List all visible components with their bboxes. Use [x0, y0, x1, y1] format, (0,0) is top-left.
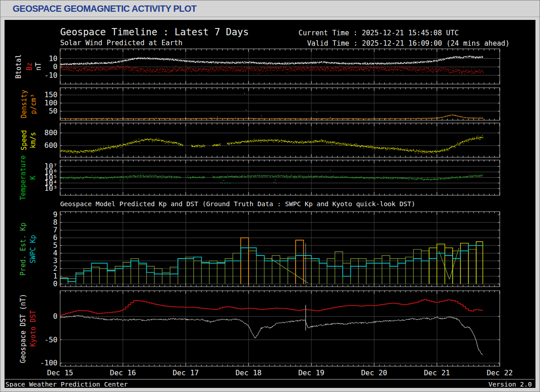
- geospace-activity-plot: 100-10BtotalBznT15010050Densityp/cm³8006…: [5, 20, 535, 387]
- x-tick-label-dec-17: Dec 17: [173, 368, 199, 377]
- dst-panel-ytick-label: -100: [40, 359, 57, 367]
- speed-panel-axis-label: km/s: [29, 132, 37, 148]
- density-panel-axis-label: p/cm³: [29, 94, 38, 114]
- magnetic-field-panel-ytick-label: 10: [49, 54, 57, 63]
- speed-panel-ticks: [60, 123, 500, 157]
- geospace_dst-series: [60, 305, 483, 354]
- x-tick-label-dec-16: Dec 16: [110, 368, 136, 377]
- dst-panel-day-gridlines: [123, 291, 437, 366]
- density-panel-frame: [60, 88, 500, 120]
- speed-panel-frame: [60, 123, 500, 157]
- dst-panel-ytick-label: 0: [53, 312, 57, 321]
- x-tick-label-dec-20: Dec 20: [361, 368, 387, 377]
- plot-render-root: 100-10BtotalBznT15010050Densityp/cm³8006…: [5, 49, 535, 379]
- density-panel-axis-label: Density: [20, 90, 28, 118]
- magnetic-field-panel-axis-label: nT: [34, 62, 43, 71]
- dst-panel-axis-label: Kyoto DST: [29, 310, 37, 347]
- kp-panel-axis-label: Pred. Est. Kp: [19, 222, 27, 275]
- page: GEOSPACE GEOMAGNETIC ACTIVITY PLOT 100-1…: [0, 0, 540, 392]
- kyoto_dst-series: [60, 299, 483, 315]
- page-title: GEOSPACE GEOMAGNETIC ACTIVITY PLOT: [13, 4, 196, 14]
- x-tick-label-dec-18: Dec 18: [235, 368, 262, 377]
- temperature-panel-gridlines: [61, 166, 499, 189]
- density-panel-ytick-label: 100: [44, 99, 57, 107]
- speed-panel-axis-label: Speed: [20, 130, 28, 150]
- speed-panel-ytick-label: 800: [44, 128, 57, 137]
- x-tick-label-dec-15: Dec 15: [47, 368, 73, 377]
- temperature-panel-ytick-label: 10³: [44, 184, 57, 193]
- btotal-series: [60, 56, 483, 65]
- speed-panel-ytick-label: 600: [44, 141, 57, 150]
- density-series: [60, 93, 483, 119]
- pred_kp-warn-segments: [429, 242, 483, 284]
- plot-frame: 100-10BtotalBznT15010050Densityp/cm³8006…: [4, 19, 536, 388]
- x-tick-label-dec-21: Dec 21: [424, 368, 450, 377]
- dst-panel-axis-label: Geospace DST (nT): [19, 294, 27, 363]
- footer-version-label: Version 2.0: [488, 381, 532, 387]
- speed-series: [61, 135, 483, 153]
- kp-dst-section-title: Geospace Model Predicted Kp and DST (Gro…: [60, 200, 416, 208]
- plot-title: Geospace Timeline : Latest 7 Days: [60, 27, 249, 38]
- x-tick-label-dec-19: Dec 19: [298, 368, 325, 377]
- bz-series: [60, 64, 484, 75]
- window-titlebar: GEOSPACE GEOMAGNETIC ACTIVITY PLOT: [0, 0, 540, 18]
- dst-panel-frame: [60, 291, 500, 366]
- current-time-label: Current Time : 2025-12-21 15:45:08 UTC: [298, 29, 459, 37]
- magnetic-field-panel-axis-label: Bz: [25, 62, 33, 71]
- footer-org-label: Space Weather Prediction Center: [5, 381, 128, 387]
- magnetic-field-panel-ytick-label: 0: [53, 62, 57, 71]
- density-panel-gridlines: [61, 95, 499, 111]
- x-tick-label-dec-22: Dec 22: [487, 368, 513, 377]
- kp-panel-ytick-label: 0: [53, 279, 57, 288]
- magnetic-field-panel-ytick-label: -10: [44, 71, 57, 80]
- valid-time-label: Valid Time : 2025-12-21 16:09:00 (24 min…: [307, 39, 509, 47]
- density-panel-ytick-label: 150: [44, 90, 57, 99]
- temperature-panel-axis-label: Temperature: [19, 155, 27, 200]
- magnetic-field-panel-axis-label: Btotal: [14, 54, 23, 79]
- dst-panel-ytick-label: -50: [44, 335, 57, 344]
- density-panel-ticks: [60, 88, 500, 120]
- magnetic-field-panel-day-gridlines: [123, 49, 437, 84]
- dst-panel-ticks: [60, 291, 500, 366]
- density-panel-ytick-label: 50: [49, 107, 57, 115]
- speed-panel-day-gridlines: [123, 123, 437, 157]
- temperature-series: [60, 170, 483, 183]
- density-panel-day-gridlines: [123, 88, 437, 120]
- dst-panel-gridlines: [61, 316, 499, 363]
- solar-wind-subtitle: Solar Wind Predicted at Earth: [60, 39, 182, 47]
- temperature-panel-axis-label: K: [29, 175, 37, 179]
- kp-panel-axis-label: SWPC Kp: [29, 235, 37, 263]
